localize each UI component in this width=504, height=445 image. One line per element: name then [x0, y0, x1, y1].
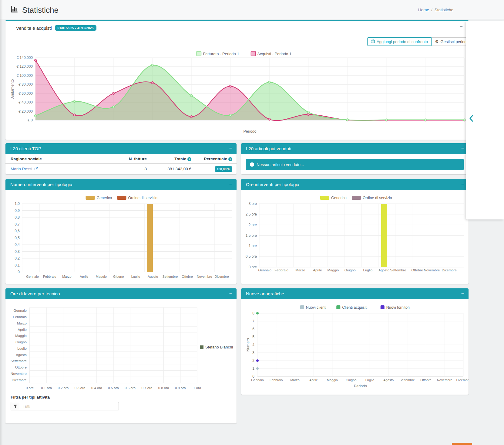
svg-text:Giugno: Giugno	[346, 378, 356, 382]
svg-text:Settembre: Settembre	[390, 268, 406, 272]
panel-articoli-title: I 20 articoli più venduti	[246, 146, 291, 151]
svg-text:Dicembre: Dicembre	[12, 378, 27, 382]
drawer-chevron-left[interactable]	[469, 115, 474, 123]
svg-text:2: 2	[252, 358, 254, 363]
numero-interventi-chart: 1,00,90,80,70,60,50,40,30,20,10GennaioFe…	[5, 179, 237, 284]
page-title: Statistiche	[10, 5, 59, 15]
svg-text:Generico: Generico	[331, 196, 347, 200]
svg-text:Luglio: Luglio	[131, 275, 140, 278]
panel-vendite-acquisti: Vendite e acquisti 01/01/2025 - 31/12/20…	[5, 20, 469, 140]
collapse-lavoro-button[interactable]: −	[229, 288, 232, 299]
totale-info-icon[interactable]: i	[187, 157, 191, 161]
svg-text:1 ora: 1 ora	[193, 386, 201, 390]
svg-text:0.9 ora: 0.9 ora	[175, 386, 186, 390]
svg-text:Periodo: Periodo	[354, 384, 367, 388]
page-title-text: Statistiche	[22, 5, 59, 15]
svg-text:4: 4	[252, 343, 254, 347]
svg-text:Dicembre: Dicembre	[442, 268, 457, 272]
svg-text:Agosto: Agosto	[16, 353, 27, 357]
svg-text:Generico: Generico	[97, 196, 112, 200]
svg-text:1 ore: 1 ore	[249, 244, 257, 248]
svg-text:€ 140.000: € 140.000	[17, 56, 33, 60]
svg-text:Gennaio: Gennaio	[258, 268, 271, 272]
svg-text:Febbraio: Febbraio	[270, 378, 283, 382]
svg-text:1: 1	[252, 366, 254, 371]
svg-text:Aprile: Aprile	[309, 378, 318, 382]
svg-text:Marzo: Marzo	[295, 268, 305, 272]
svg-text:0: 0	[18, 270, 20, 274]
cell-n-fatture: 8	[114, 164, 151, 174]
ore-lavoro-chart: 0 ore0.1 ora0.2 ora0.3 ora0.4 ora0.5 ora…	[5, 288, 237, 393]
vendite-acquisti-chart: € 140.000€ 120.000€ 100.000€ 80.000€ 60.…	[5, 21, 469, 140]
svg-text:Marzo: Marzo	[62, 275, 72, 278]
svg-text:Febbraio: Febbraio	[274, 268, 288, 272]
external-link-icon	[34, 167, 38, 171]
top-header-bar: Statistiche Home/Statistiche	[0, 0, 504, 19]
svg-text:Luglio: Luglio	[17, 347, 27, 350]
svg-text:0.8 ora: 0.8 ora	[158, 386, 169, 390]
collapse-ore-button[interactable]: −	[461, 179, 464, 190]
svg-text:Marzo: Marzo	[290, 378, 300, 382]
svg-text:8: 8	[252, 311, 254, 315]
svg-text:Giugno: Giugno	[15, 340, 27, 344]
svg-text:0,8: 0,8	[15, 215, 20, 219]
bar-chart-icon	[10, 5, 18, 15]
svg-text:2.5 ore: 2.5 ore	[246, 212, 257, 216]
breadcrumb-separator: /	[431, 8, 432, 12]
no-articles-message: Nessun articolo venduto...	[257, 162, 304, 167]
breadcrumb-current: Statistiche	[435, 8, 453, 12]
svg-text:Settembre: Settembre	[162, 275, 178, 278]
svg-text:€ 0: € 0	[28, 118, 33, 122]
panel-clienti-top: I 20 clienti TOP − Ragione sociale N. fa…	[5, 143, 237, 174]
column-totale: Totalei	[151, 154, 196, 164]
svg-text:3 ore: 3 ore	[249, 202, 257, 206]
svg-text:2 ore: 2 ore	[249, 223, 257, 227]
nuove-anagrafiche-chart: 876543210GennaioFebbraioMarzoAprileMaggi…	[241, 288, 469, 395]
collapse-anagrafiche-button[interactable]: −	[461, 288, 464, 299]
svg-text:Gennaio: Gennaio	[251, 378, 264, 382]
svg-text:0.2 ora: 0.2 ora	[58, 386, 69, 390]
svg-text:7: 7	[252, 319, 254, 323]
svg-text:0 ore: 0 ore	[26, 386, 34, 390]
svg-text:Novembre: Novembre	[437, 378, 452, 382]
info-icon: i	[250, 162, 254, 167]
svg-text:Luglio: Luglio	[365, 378, 374, 382]
svg-text:Nuovi fornitori: Nuovi fornitori	[386, 305, 410, 310]
svg-text:0.5 ora: 0.5 ora	[108, 386, 119, 390]
svg-text:Agosto: Agosto	[383, 378, 394, 382]
panel-ore-interventi: 3 ore2.5 ore2 ore1.5 ore1 ore0.5 ore0 or…	[241, 179, 469, 284]
filter-activity-input[interactable]	[20, 402, 119, 410]
svg-text:5: 5	[252, 335, 254, 339]
svg-text:€ 120.000: € 120.000	[17, 64, 33, 69]
column-n-fatture: N. fatture	[114, 154, 151, 164]
client-link[interactable]: Mario Rossi	[11, 167, 38, 171]
svg-text:0,9: 0,9	[15, 209, 20, 213]
svg-text:Settembre: Settembre	[11, 359, 27, 363]
collapse-clienti-button[interactable]: −	[229, 143, 232, 154]
panel-nuove-anagrafiche: 876543210GennaioFebbraioMarzoAprileMaggi…	[241, 288, 469, 395]
collapse-numero-button[interactable]: −	[229, 179, 232, 190]
svg-text:Numero: Numero	[246, 338, 250, 352]
cell-percentuale: 100,00 %	[196, 164, 237, 174]
breadcrumb: Home/Statistiche	[418, 8, 453, 12]
left-edge-shadow	[0, 0, 3, 445]
breadcrumb-home-link[interactable]: Home	[418, 8, 429, 12]
orange-bottom-element[interactable]	[452, 443, 472, 445]
svg-text:Aprile: Aprile	[18, 328, 27, 331]
svg-text:Ordine di servizio: Ordine di servizio	[128, 196, 158, 200]
collapse-articoli-button[interactable]: −	[461, 143, 464, 154]
svg-text:€ 60.000: € 60.000	[18, 91, 33, 96]
svg-text:Fatturato - Periodo 1: Fatturato - Periodo 1	[203, 52, 239, 56]
percentuale-info-icon[interactable]: i	[228, 157, 232, 161]
svg-text:0,3: 0,3	[15, 250, 20, 254]
svg-text:Maggio: Maggio	[96, 275, 107, 278]
chevron-left-icon	[469, 115, 474, 122]
filter-button[interactable]	[11, 402, 20, 410]
svg-text:€ 20.000: € 20.000	[18, 109, 33, 114]
svg-text:6: 6	[252, 327, 254, 331]
svg-text:1,0: 1,0	[15, 202, 20, 206]
svg-text:Settembre: Settembre	[399, 378, 415, 382]
ore-interventi-chart: 3 ore2.5 ore2 ore1.5 ore1 ore0.5 ore0 or…	[241, 179, 469, 284]
svg-text:Stefano Bianchi: Stefano Bianchi	[205, 345, 233, 349]
svg-text:Maggio: Maggio	[15, 334, 27, 338]
